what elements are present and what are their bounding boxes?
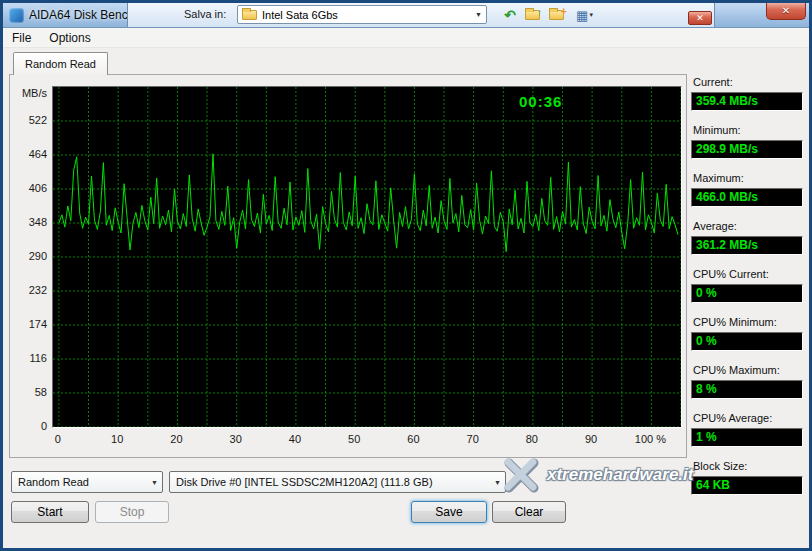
watermark: xtremehardware.it [501,453,693,497]
view-menu-icon[interactable]: ▦▼ [572,6,598,23]
app-icon [9,8,24,23]
test-type-select[interactable]: Random Read ▼ [11,471,163,493]
y-axis-tick-label: 58 [9,386,47,398]
elapsed-time: 00:36 [519,93,562,110]
x-axis-tick-label: 40 [275,433,315,445]
folder-icon: ↑ [525,10,540,20]
x-axis-tick-label: 10 [97,433,137,445]
y-axis-tick-label: 348 [9,216,47,228]
stats-panel: Current:359.4 MB/sMinimum:298.9 MB/sMaxi… [691,76,807,508]
save-location-combobox[interactable]: Intel Sata 6Gbs ▼ [237,5,487,24]
stat-label: Average: [693,220,807,233]
stat-value: 466.0 MB/s [691,188,803,207]
window-close-button[interactable]: ✕ [766,3,806,20]
up-one-level-icon[interactable]: ↑ [524,6,542,23]
save-location-value: Intel Sata 6Gbs [262,9,338,21]
benchmark-plot-frame: 00:36 [52,86,682,428]
back-icon[interactable]: ↶ [501,6,519,23]
y-axis-tick-label: 116 [9,352,47,364]
stat-label: Block Size: [693,460,807,473]
folder-icon [242,10,257,20]
x-axis-tick-label: 60 [393,433,433,445]
x-axis-tick-label: 50 [334,433,374,445]
stat-value: 298.9 MB/s [691,140,803,159]
stat-value: 0 % [691,332,803,351]
y-axis-tick-label: 0 [9,420,47,432]
stat-value: 361.2 MB/s [691,236,803,255]
throughput-line [59,154,678,252]
stat-label: CPU% Maximum: [693,364,807,377]
aida64-disk-benchmark-window: AIDA64 Disk Bench... Salva in: Intel Sat… [0,0,812,551]
stat-label: Maximum: [693,172,807,185]
stat-value: 0 % [691,284,803,303]
plot-gridlines [53,87,681,427]
drive-select[interactable]: Disk Drive #0 [INTEL SSDSC2MH120A2] (111… [169,471,506,493]
y-axis-tick-label: 464 [9,148,47,160]
stat-label: CPU% Average: [693,412,807,425]
x-axis-tick-label: 20 [156,433,196,445]
watermark-x-logo [501,455,541,495]
drive-select-value: Disk Drive #0 [INTEL SSDSC2MH120A2] (111… [176,476,433,488]
tab-random-read[interactable]: Random Read [13,52,108,75]
benchmark-plot [53,87,681,427]
chevron-down-icon[interactable]: ▼ [471,11,486,18]
x-axis-tick-label: 90 [571,433,611,445]
save-dialog-strip: Salva in: Intel Sata 6Gbs ▼ ↶ ↑ + ▦▼ ✕ [127,3,715,27]
stat-label: CPU% Minimum: [693,316,807,329]
menu-options[interactable]: Options [40,28,99,48]
test-type-value: Random Read [18,476,89,488]
stat-value: 359.4 MB/s [691,92,803,111]
y-axis-unit-label: MB/s [9,87,47,99]
stat-value: 64 KB [691,476,803,495]
save-button[interactable]: Save [411,501,487,523]
stat-label: Minimum: [693,124,807,137]
stat-label: CPU% Current: [693,268,807,281]
y-axis-tick-label: 522 [9,114,47,126]
x-axis-tick-label: 30 [216,433,256,445]
clear-button[interactable]: Clear [492,501,566,523]
title-bar[interactable]: AIDA64 Disk Bench... Salva in: Intel Sat… [3,3,809,28]
x-axis-tick-label: 0 [38,433,78,445]
chevron-down-icon[interactable]: ▼ [147,479,162,486]
x-axis-tick-label: 70 [453,433,493,445]
y-axis-tick-label: 290 [9,250,47,262]
menu-file[interactable]: File [3,28,40,48]
stop-button: Stop [95,501,169,523]
watermark-text: xtremehardware.it [547,465,693,485]
y-axis-tick-label: 406 [9,182,47,194]
y-axis-tick-label: 174 [9,318,47,330]
x-axis-tick-label: 100 % [630,433,670,445]
x-axis-tick-label: 80 [512,433,552,445]
stat-value: 1 % [691,428,803,447]
start-button[interactable]: Start [11,501,89,523]
dialog-close-button[interactable]: ✕ [688,11,712,25]
stat-value: 8 % [691,380,803,399]
y-axis-tick-label: 232 [9,284,47,296]
save-in-label: Salva in: [184,8,226,20]
menu-bar: File Options [3,28,809,48]
folder-icon: + [549,10,564,20]
new-folder-icon[interactable]: + [548,6,566,23]
stat-label: Current: [693,76,807,89]
